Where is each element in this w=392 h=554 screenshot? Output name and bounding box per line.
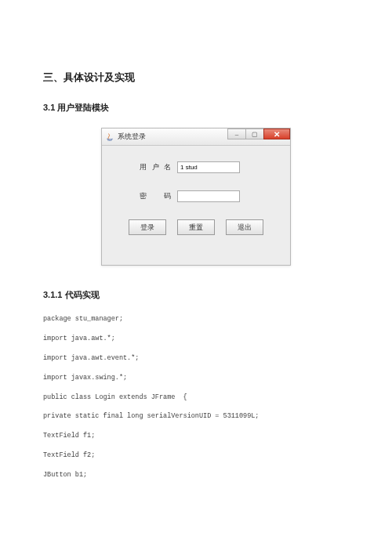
- code-line: import java.awt.*;: [43, 335, 349, 344]
- login-button[interactable]: 登录: [129, 219, 166, 235]
- exit-button[interactable]: 退出: [226, 219, 263, 235]
- code-line: public class Login extends JFrame {: [43, 393, 349, 403]
- subsection-heading-module: 3.1 用户登陆模块: [43, 102, 349, 114]
- code-line: import java.awt.event.*;: [43, 354, 349, 364]
- code-line: package stu_manager;: [43, 315, 349, 324]
- username-input[interactable]: [177, 161, 240, 173]
- java-icon: [105, 132, 114, 142]
- dialog-screenshot-container: 系统登录 – ▢ ✕ 用户名 密 码 登录 重置 退出: [43, 128, 349, 266]
- button-row: 登录 重置 退出: [116, 219, 276, 235]
- window-titlebar: 系统登录 – ▢ ✕: [102, 129, 290, 146]
- password-row: 密 码: [116, 190, 276, 202]
- code-line: private static final long serialVersionU…: [43, 412, 349, 422]
- subsection-heading-code: 3.1.1 代码实现: [43, 289, 349, 301]
- code-line: TextField f2;: [43, 451, 349, 461]
- window-title: 系统登录: [118, 132, 146, 142]
- window-maximize-button[interactable]: ▢: [245, 129, 264, 139]
- login-dialog: 系统登录 – ▢ ✕ 用户名 密 码 登录 重置 退出: [101, 128, 291, 266]
- window-close-button[interactable]: ✕: [263, 129, 290, 139]
- code-line: import javax.swing.*;: [43, 374, 349, 383]
- username-label: 用户名: [140, 162, 171, 172]
- window-minimize-button[interactable]: –: [227, 129, 246, 139]
- username-row: 用户名: [116, 161, 276, 173]
- section-heading: 三、具体设计及实现: [43, 71, 349, 85]
- dialog-body: 用户名 密 码 登录 重置 退出: [102, 146, 290, 265]
- password-input[interactable]: [177, 190, 240, 202]
- code-line: TextField f1;: [43, 432, 349, 441]
- code-listing: package stu_manager; import java.awt.*; …: [43, 315, 349, 480]
- reset-button[interactable]: 重置: [177, 219, 215, 235]
- window-control-group: – ▢ ✕: [228, 129, 290, 141]
- code-line: JButton b1;: [43, 471, 349, 480]
- password-label: 密 码: [140, 191, 171, 201]
